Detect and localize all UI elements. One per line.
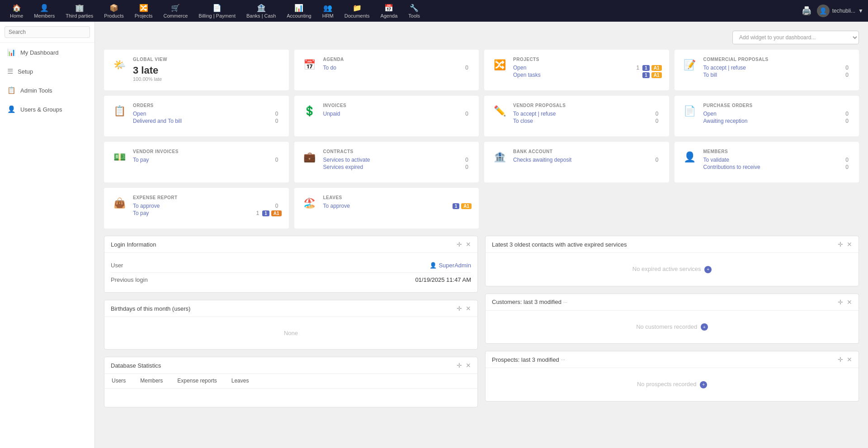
card-title: BANK ACCOUNT xyxy=(513,149,662,154)
add-widget-select[interactable]: Add widget to your dashboard... xyxy=(732,31,859,44)
db-tab[interactable]: Leaves xyxy=(224,374,256,388)
close-icon[interactable]: ✕ xyxy=(847,241,852,248)
card-title: ORDERS xyxy=(133,103,282,108)
dashboard-card: 📝 COMMERCIAL PROPOSALS To accept | refus… xyxy=(675,50,859,90)
db-stats-widget: Database Statistics ✛ ✕ UsersMembersExpe… xyxy=(104,357,478,407)
link-label: Checks awaiting deposit xyxy=(513,157,571,163)
card-link[interactable]: To close 0 xyxy=(513,118,662,124)
nav-item-tools[interactable]: 🔧Tools xyxy=(403,0,425,22)
card-link[interactable]: Checks awaiting deposit 0 xyxy=(513,157,662,163)
card-link[interactable]: To bill 0 xyxy=(703,72,852,78)
latest-contacts-title: Latest 3 oldest contacts with active exp… xyxy=(492,241,627,248)
move-icon[interactable]: ✛ xyxy=(457,305,462,312)
link-count: 0 xyxy=(275,111,278,117)
link-count: 0 xyxy=(465,65,468,71)
close-icon[interactable]: ✕ xyxy=(847,356,852,363)
card-link[interactable]: Delivered and To bill 0 xyxy=(133,118,282,124)
avatar: 👤 xyxy=(817,5,830,17)
nav-item-members[interactable]: 👤Members xyxy=(28,0,60,22)
card-link[interactable]: To pay 0 xyxy=(133,157,282,163)
link-count: 0 xyxy=(275,203,278,209)
card-link[interactable]: Services expired 0 xyxy=(323,164,472,170)
card-link[interactable]: Services to activate 0 xyxy=(323,157,472,163)
card-link[interactable]: To validate 0 xyxy=(703,157,852,163)
link-count: 0 xyxy=(845,118,849,124)
card-link[interactable]: To do 0 xyxy=(323,65,472,71)
dashboard-card: 📋 ORDERS Open 0 Delivered and To bill 0 xyxy=(104,96,289,136)
card-link[interactable]: Open 0 xyxy=(133,111,282,117)
card-link[interactable]: Open tasks 1A1 xyxy=(513,72,662,78)
print-icon[interactable]: 🖨️ xyxy=(802,6,811,16)
dashboard-card: 🔀 PROJECTS Open 1 1A1 Open tasks 1A1 xyxy=(484,50,669,90)
login-info-title: Login Information xyxy=(111,241,156,248)
card-title: INVOICES xyxy=(323,103,472,108)
card-link[interactable]: Open 1 1A1 xyxy=(513,65,662,71)
customers-no-data: No customers recorded + xyxy=(492,316,852,338)
nav-item-agenda[interactable]: 📅Agenda xyxy=(375,0,403,22)
card-link[interactable]: To pay 1 1A1 xyxy=(133,210,282,216)
sidebar-item-users---groups[interactable]: 👤Users & Groups xyxy=(0,100,94,119)
badge: A1 xyxy=(651,72,662,78)
card-icon: 🏦 xyxy=(491,149,508,165)
card-link[interactable]: To approve 0 xyxy=(133,203,282,209)
close-icon[interactable]: ✕ xyxy=(466,362,471,369)
badge: A1 xyxy=(651,65,662,71)
db-tab[interactable]: Members xyxy=(133,374,170,388)
sidebar-label: Admin Tools xyxy=(20,87,52,94)
link-label: To accept | refuse xyxy=(513,111,556,117)
nav-item-commerce[interactable]: 🛒Commerce xyxy=(158,0,193,22)
card-link[interactable]: Awaiting reception 0 xyxy=(703,118,852,124)
card-title: AGENDA xyxy=(323,57,472,62)
move-icon[interactable]: ✛ xyxy=(838,299,843,306)
db-tab[interactable]: Users xyxy=(104,374,133,388)
card-link[interactable]: To accept | refuse 0 xyxy=(703,65,852,71)
card-link[interactable]: Unpaid 0 xyxy=(323,111,472,117)
card-link[interactable]: To accept | refuse 0 xyxy=(513,111,662,117)
badge: 1 xyxy=(642,72,650,78)
nav-item-hrm[interactable]: 👥HRM xyxy=(317,0,339,22)
add-icon[interactable]: + xyxy=(701,323,708,331)
sidebar-label: Users & Groups xyxy=(20,106,62,113)
prospects-no-data: No prospects recorded + xyxy=(492,373,852,396)
move-icon[interactable]: ✛ xyxy=(457,362,462,369)
add-icon[interactable]: + xyxy=(704,266,712,273)
card-link[interactable]: Open 0 xyxy=(703,111,852,117)
move-icon[interactable]: ✛ xyxy=(838,241,843,248)
sidebar-icon: 👤 xyxy=(7,105,16,113)
close-icon[interactable]: ✕ xyxy=(466,241,471,248)
link-count: 0 xyxy=(656,111,659,117)
card-icon: 📄 xyxy=(682,103,698,119)
add-icon[interactable]: + xyxy=(700,381,707,388)
close-icon[interactable]: ✕ xyxy=(847,299,852,306)
nav-item-home[interactable]: 🏠Home xyxy=(5,0,28,22)
nav-item-banks---cash[interactable]: 🏦Banks | Cash xyxy=(241,0,281,22)
nav-item-products[interactable]: 📦Products xyxy=(99,0,129,22)
sidebar-item-setup[interactable]: ☰Setup xyxy=(0,62,94,81)
move-icon[interactable]: ✛ xyxy=(457,241,462,248)
close-icon[interactable]: ✕ xyxy=(466,305,471,312)
card-icon: 💲 xyxy=(302,103,318,119)
nav-item-documents[interactable]: 📁Documents xyxy=(339,0,375,22)
customers-info[interactable]: ··· xyxy=(563,299,567,305)
user-value[interactable]: 👤 SuperAdmin xyxy=(429,262,471,269)
user-menu[interactable]: 👤 techubli... ▼ xyxy=(817,5,863,17)
link-count: 0 xyxy=(275,118,278,124)
prospects-info[interactable]: ··· xyxy=(561,357,565,362)
sidebar-item-my-dashboard[interactable]: 📊My Dashboard xyxy=(0,43,94,62)
sidebar-item-admin-tools[interactable]: 📋Admin Tools xyxy=(0,81,94,100)
card-icon: 💵 xyxy=(111,149,127,165)
dashboard-cards: 🌤️ GLOBAL VIEW 3 late 100.00% late 📅 AGE… xyxy=(104,50,859,229)
nav-item-projects[interactable]: 🔀Projects xyxy=(129,0,158,22)
sidebar-label: Setup xyxy=(18,68,33,75)
search-input[interactable] xyxy=(5,26,90,38)
db-tab[interactable]: Expense reports xyxy=(170,374,224,388)
card-link[interactable]: Contributions to receive 0 xyxy=(703,164,852,170)
dashboard-card: 📄 PURCHASE ORDERS Open 0 Awaiting recept… xyxy=(675,96,859,136)
link-label: To do xyxy=(323,65,336,71)
card-link[interactable]: To approve 1A1 xyxy=(323,203,472,209)
nav-item-third-parties[interactable]: 🏢Third parties xyxy=(60,0,99,22)
nav-item-billing---payment[interactable]: 📄Billing | Payment xyxy=(193,0,241,22)
birthdays-widget: Birthdays of this month (users) ✛ ✕ None xyxy=(104,300,478,350)
move-icon[interactable]: ✛ xyxy=(838,356,843,363)
nav-item-accounting[interactable]: 📊Accounting xyxy=(281,0,316,22)
